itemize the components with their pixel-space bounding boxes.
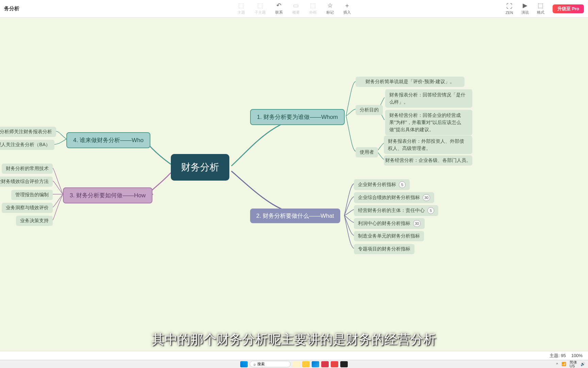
leaf-what-4[interactable]: 制造业务单元的财务分析指标 <box>354 231 424 241</box>
btn-format[interactable]: ⬚格式 <box>537 2 544 15</box>
badge: 30 <box>413 220 421 227</box>
leaf-how-2[interactable]: 管理报告的编制 <box>11 190 53 200</box>
boundary-icon: ⬚ <box>310 2 316 9</box>
central-node[interactable]: 财务分析 <box>171 154 229 181</box>
taskbar-app-3[interactable] <box>340 361 348 367</box>
leaf-whom-user[interactable]: 使用者 <box>356 147 378 157</box>
tray-sound-icon[interactable]: 🔊 <box>581 362 585 366</box>
badge: 30 <box>423 194 430 201</box>
present-icon: ▶ <box>523 2 527 9</box>
search-icon: ⌕ <box>254 362 256 366</box>
leaf-how-0[interactable]: 财务分析的常用技术 <box>2 164 53 174</box>
btn-boundary[interactable]: ⬚外框 <box>309 2 317 15</box>
leaf-whom-purpose-1[interactable]: 财务经营分析：回答企业的经营成果"为样"，并着重对"以后应该怎么做"提出具体的建… <box>385 110 472 135</box>
upgrade-button[interactable]: 升级至 Pro <box>553 4 584 13</box>
app-title: 务分析 <box>0 5 23 12</box>
btn-subtopic[interactable]: ⬚子主题 <box>255 2 266 15</box>
toolbar: 务分析 ⬚主题 ⬚子主题 ↶联系 ▭概要 ⬚外框 ☆标记 ＋插入 ⛶ZEN ▶演… <box>0 0 588 18</box>
leaf-what-3[interactable]: 利润中心的财务分析指标30 <box>354 218 425 229</box>
btn-topic[interactable]: ⬚主题 <box>238 2 245 15</box>
summary-icon: ▭ <box>293 2 299 9</box>
mindmap-canvas[interactable]: 财务分析 1. 财务分析要为谁做——Whom 2. 财务分析要做什么——What… <box>0 18 588 351</box>
leaf-what-1[interactable]: 企业综合绩效的财务分析指标30 <box>354 192 434 203</box>
toolbar-right: ⛶ZEN ▶演说 ⬚格式 升级至 Pro <box>506 2 584 15</box>
taskbar-app-1[interactable] <box>293 361 300 367</box>
branch-what[interactable]: 2. 财务分析要做什么——What <box>250 209 340 223</box>
leaf-what-0[interactable]: 企业财务分析指标5 <box>354 179 410 190</box>
taskbar-tray: ^ 📶 简体US 🔊 <box>556 361 585 368</box>
topic-icon: ⬚ <box>238 2 244 9</box>
leaf-whom-purpose-0[interactable]: 财务报表分析：回答经营情况「是什么样」。 <box>385 89 472 108</box>
format-icon: ⬚ <box>538 2 543 9</box>
badge: 5 <box>399 181 406 188</box>
insert-icon: ＋ <box>344 2 350 9</box>
zoom-level[interactable]: 100% <box>571 353 583 358</box>
leaf-how-3[interactable]: 业务洞察与绩效评价 <box>2 203 53 213</box>
ime-indicator[interactable]: 简体US <box>570 361 577 368</box>
btn-present[interactable]: ▶演说 <box>521 2 529 15</box>
subtopic-icon: ⬚ <box>257 2 263 9</box>
leaf-what-5[interactable]: 专题项目的财务分析指标 <box>354 244 414 254</box>
branch-who[interactable]: 4. 谁来做财务分析——Who <box>66 132 150 148</box>
marker-icon: ☆ <box>327 2 333 9</box>
tray-wifi-icon[interactable]: 📶 <box>561 362 566 366</box>
taskbar: ⌕搜索 ^ 📶 简体US 🔊 <box>0 360 588 368</box>
btn-relation[interactable]: ↶联系 <box>275 2 283 15</box>
statusbar: 主题: 95 100% <box>0 351 588 360</box>
leaf-whom-0[interactable]: 财务分析简单说就是「评价-预测-建议」。 <box>356 77 464 87</box>
relation-icon: ↶ <box>276 2 281 9</box>
topic-count: 主题: 95 <box>550 353 566 359</box>
taskbar-edge[interactable] <box>312 361 319 367</box>
btn-insert[interactable]: ＋插入 <box>343 2 351 15</box>
leaf-what-2[interactable]: 经营财务分析的主体：责任中心5 <box>354 205 438 216</box>
zen-icon: ⛶ <box>506 3 512 9</box>
branch-how[interactable]: 3. 财务分析要如何做——How <box>63 187 152 203</box>
leaf-whom-user-0[interactable]: 财务报表分析：外部投资人、外部债权人、高级管理者。 <box>384 136 472 154</box>
taskbar-search[interactable]: ⌕搜索 <box>250 361 291 367</box>
toolbar-center: ⬚主题 ⬚子主题 ↶联系 ▭概要 ⬚外框 ☆标记 ＋插入 <box>238 2 351 15</box>
leaf-how-4[interactable]: 业务决策支持 <box>16 216 53 226</box>
leaf-whom-user-1[interactable]: 财务经营分析：企业各级、各部门人员。 <box>384 155 472 166</box>
connectors <box>0 18 588 351</box>
btn-summary[interactable]: ▭概要 <box>292 2 300 15</box>
start-icon[interactable] <box>240 361 248 367</box>
taskbar-pdf[interactable] <box>321 361 329 367</box>
taskbar-app-2[interactable] <box>331 361 338 367</box>
badge: 5 <box>427 207 434 214</box>
leaf-how-1[interactable]: 业财务绩效综合评价方法 <box>0 177 53 187</box>
taskbar-explorer[interactable] <box>302 361 310 367</box>
leaf-who-0[interactable]: 务分析师关注财务报表分析 <box>0 127 56 137</box>
leaf-whom-purpose[interactable]: 分析目的 <box>356 105 383 115</box>
tray-chevron-icon[interactable]: ^ <box>556 362 558 366</box>
btn-marker[interactable]: ☆标记 <box>326 2 334 15</box>
branch-whom[interactable]: 1. 财务分析要为谁做——Whom <box>250 109 345 125</box>
leaf-who-1[interactable]: 理人关注业务分析（BA） <box>0 140 54 150</box>
btn-zen[interactable]: ⛶ZEN <box>506 3 513 15</box>
